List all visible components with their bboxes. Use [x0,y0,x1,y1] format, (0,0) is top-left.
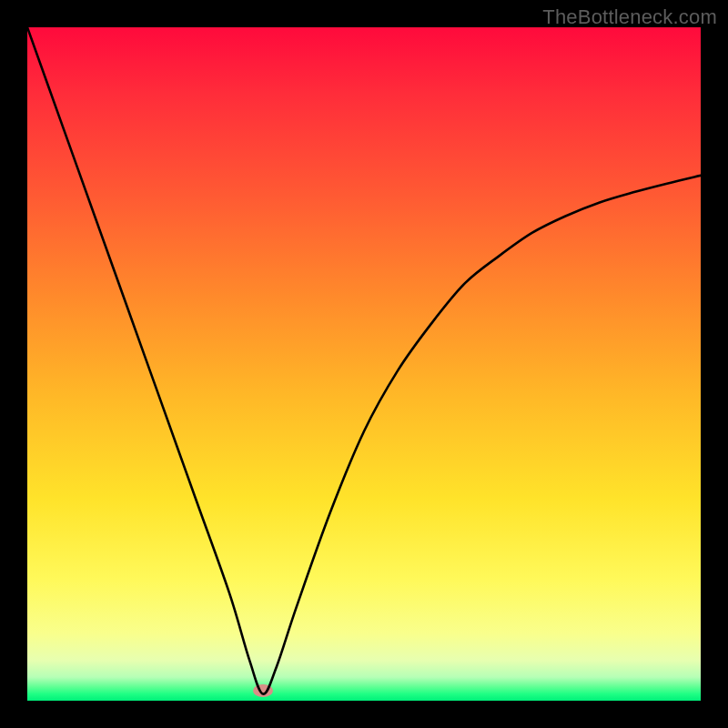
plot-area [27,27,701,701]
bottleneck-curve [27,27,701,694]
watermark-text: TheBottleneck.com [542,5,717,29]
chart-frame: TheBottleneck.com [0,0,728,728]
curve-svg [27,27,701,701]
